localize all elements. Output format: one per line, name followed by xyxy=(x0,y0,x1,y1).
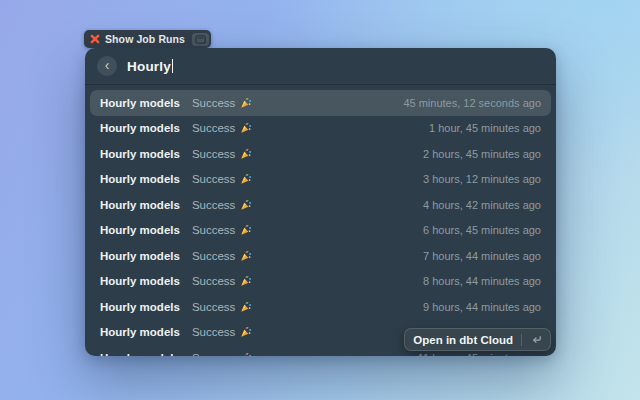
job-status: Success xyxy=(192,97,252,109)
job-status: Success xyxy=(192,275,252,287)
run-timestamp: 3 hours, 12 minutes ago xyxy=(423,173,541,185)
job-status: Success xyxy=(192,173,252,185)
party-popper-icon xyxy=(240,326,252,338)
run-timestamp: 9 hours, 44 minutes ago xyxy=(423,301,541,313)
status-text: Success xyxy=(192,199,235,211)
job-run-row[interactable]: Hourly models Success 1 hour, 45 minutes… xyxy=(90,116,551,142)
job-name: Hourly models xyxy=(100,224,180,236)
job-status: Success xyxy=(192,224,252,236)
job-status: Success xyxy=(192,122,252,134)
job-name: Hourly models xyxy=(100,199,180,211)
return-key-icon xyxy=(530,335,542,345)
text-caret xyxy=(172,59,174,73)
chevron-left-icon: ‹ xyxy=(105,58,110,72)
job-run-row[interactable]: Hourly models Success 45 minutes, 12 sec… xyxy=(90,90,551,116)
job-name: Hourly models xyxy=(100,148,180,160)
job-runs-panel: ‹ Hourly Hourly models Success 45 minute… xyxy=(85,48,556,356)
job-run-row[interactable]: Hourly models Success 3 hours, 12 minute… xyxy=(90,167,551,193)
party-popper-icon xyxy=(240,275,252,287)
run-list: Hourly models Success 45 minutes, 12 sec… xyxy=(85,85,556,356)
status-text: Success xyxy=(192,275,235,287)
dbt-logo-icon xyxy=(90,34,100,44)
job-status: Success xyxy=(192,352,252,356)
job-run-row[interactable]: Hourly models Success 2 hours, 45 minute… xyxy=(90,141,551,167)
run-timestamp: 11 hours, 45 minutes ago xyxy=(418,352,541,356)
job-name: Hourly models xyxy=(100,97,180,109)
status-text: Success xyxy=(192,148,235,160)
status-text: Success xyxy=(192,97,235,109)
menu-bar-icon xyxy=(195,35,206,44)
menu-bar-badge xyxy=(192,33,209,46)
party-popper-icon xyxy=(240,173,252,185)
party-popper-icon xyxy=(240,352,252,356)
status-text: Success xyxy=(192,173,235,185)
job-name: Hourly models xyxy=(100,250,180,262)
action-label: Open in dbt Cloud xyxy=(413,334,513,346)
back-button[interactable]: ‹ xyxy=(97,56,117,76)
run-timestamp: 2 hours, 45 minutes ago xyxy=(423,148,541,160)
command-pill-label: Show Job Runs xyxy=(105,33,185,45)
status-text: Success xyxy=(192,326,235,338)
job-name: Hourly models xyxy=(100,122,180,134)
divider xyxy=(521,334,522,346)
job-name: Hourly models xyxy=(100,173,180,185)
run-timestamp: 8 hours, 44 minutes ago xyxy=(423,275,541,287)
job-name: Hourly models xyxy=(100,301,180,313)
job-run-row[interactable]: Hourly models Success 7 hours, 44 minute… xyxy=(90,243,551,269)
job-status: Success xyxy=(192,301,252,313)
party-popper-icon xyxy=(240,97,252,109)
run-timestamp: 1 hour, 45 minutes ago xyxy=(429,122,541,134)
status-text: Success xyxy=(192,301,235,313)
job-run-row[interactable]: Hourly models Success 9 hours, 44 minute… xyxy=(90,294,551,320)
run-timestamp: 7 hours, 44 minutes ago xyxy=(423,250,541,262)
command-pill[interactable]: Show Job Runs xyxy=(84,30,211,48)
party-popper-icon xyxy=(240,250,252,262)
job-name: Hourly models xyxy=(100,326,180,338)
run-timestamp: 4 hours, 42 minutes ago xyxy=(423,199,541,211)
job-status: Success xyxy=(192,199,252,211)
search-input[interactable]: Hourly xyxy=(127,59,173,74)
party-popper-icon xyxy=(240,224,252,236)
job-status: Success xyxy=(192,326,252,338)
status-text: Success xyxy=(192,250,235,262)
run-timestamp: 45 minutes, 12 seconds ago xyxy=(403,97,541,109)
party-popper-icon xyxy=(240,122,252,134)
run-timestamp: 6 hours, 45 minutes ago xyxy=(423,224,541,236)
job-name: Hourly models xyxy=(100,275,180,287)
job-name: Hourly models xyxy=(100,352,180,356)
job-run-row[interactable]: Hourly models Success 8 hours, 44 minute… xyxy=(90,269,551,295)
party-popper-icon xyxy=(240,199,252,211)
job-run-row[interactable]: Hourly models Success 4 hours, 42 minute… xyxy=(90,192,551,218)
party-popper-icon xyxy=(240,301,252,313)
job-run-row[interactable]: Hourly models Success 6 hours, 45 minute… xyxy=(90,218,551,244)
status-text: Success xyxy=(192,122,235,134)
status-text: Success xyxy=(192,224,235,236)
party-popper-icon xyxy=(240,148,252,160)
status-text: Success xyxy=(192,352,235,356)
search-query: Hourly xyxy=(127,59,171,74)
job-status: Success xyxy=(192,250,252,262)
open-in-dbt-cloud-action[interactable]: Open in dbt Cloud xyxy=(404,328,551,351)
job-status: Success xyxy=(192,148,252,160)
search-bar: ‹ Hourly xyxy=(85,48,556,85)
